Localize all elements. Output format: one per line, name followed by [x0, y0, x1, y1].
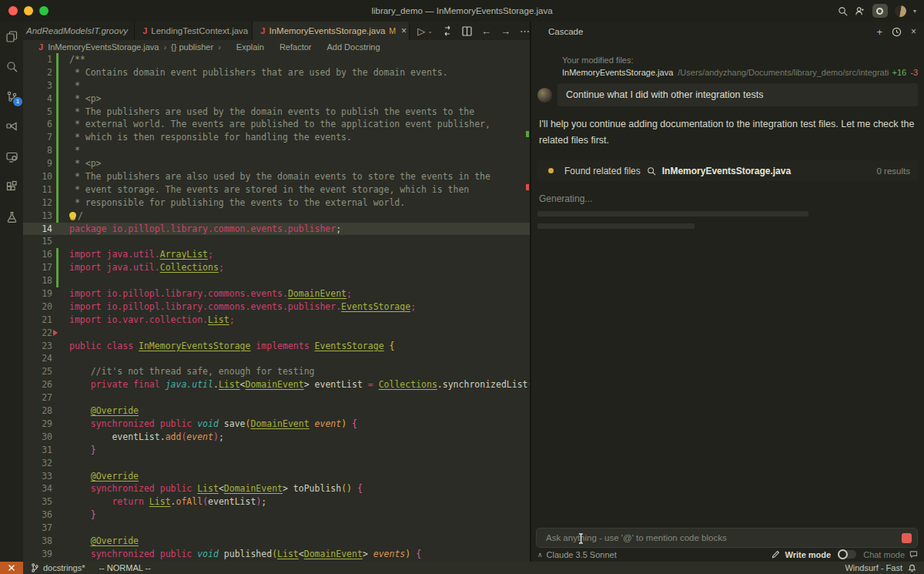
code-line[interactable]: 14package io.pillopl.library.common.even…: [23, 223, 530, 236]
tool-call-row[interactable]: Found related files InMemoryEventsStorag…: [537, 160, 918, 181]
generating-label: Generating...: [539, 193, 918, 204]
code-line[interactable]: 38 @Override: [23, 535, 530, 548]
lightbulb-icon[interactable]: [69, 212, 76, 219]
write-mode-label[interactable]: Write mode: [785, 550, 831, 559]
code-line[interactable]: 10 * The publishers are also used by the…: [23, 170, 530, 183]
code-line[interactable]: 3 *: [23, 79, 530, 92]
code-line[interactable]: 27: [23, 391, 530, 404]
code-line[interactable]: 12 * responsible for publishing the even…: [23, 196, 530, 210]
code-line[interactable]: 1/**: [23, 53, 530, 66]
compare-changes-icon[interactable]: [442, 25, 453, 36]
testing-flask-icon[interactable]: [3, 208, 20, 225]
breadcrumb-file[interactable]: InMemoryEventsStorage.java: [48, 42, 159, 52]
account-icon[interactable]: [855, 6, 865, 16]
code-text: [69, 352, 530, 365]
source-control-icon[interactable]: 1: [3, 88, 20, 105]
chevron-down-icon[interactable]: ▾: [913, 8, 916, 15]
code-line[interactable]: 36 }: [23, 509, 530, 522]
line-number: 3: [23, 79, 69, 92]
tool-call-file: InMemoryEventsStorage.java: [662, 166, 791, 176]
code-line[interactable]: 31 }: [23, 444, 530, 457]
code-line[interactable]: 20import io.pillopl.library.commons.even…: [23, 300, 530, 314]
cascade-input[interactable]: Ask anything - use '@' to mention code b…: [536, 528, 918, 548]
chevron-up-icon[interactable]: ∧: [537, 551, 543, 559]
code-line[interactable]: 19import io.pillopl.library.commons.even…: [23, 287, 530, 300]
code-text: [69, 274, 530, 287]
tab-andreadmodelsit[interactable]: AndReadModelsIT.groovy: [23, 22, 135, 40]
code-line[interactable]: 28 @Override: [23, 404, 530, 418]
search-sidebar-icon[interactable]: [3, 58, 20, 75]
gutter-added-mark: [56, 131, 59, 144]
code-line[interactable]: 2 * Contains domain event publishers tha…: [23, 66, 530, 79]
code-line[interactable]: 33 @Override: [23, 470, 530, 483]
add-docstring-codelens-button[interactable]: Add Docstring: [326, 42, 380, 52]
stop-generation-button[interactable]: [902, 533, 912, 543]
code-line[interactable]: 22: [23, 327, 530, 340]
new-chat-icon[interactable]: +: [876, 26, 882, 38]
remote-indicator-button[interactable]: [0, 562, 23, 574]
code-line[interactable]: 18: [23, 274, 530, 287]
search-icon[interactable]: [838, 6, 848, 16]
more-actions-icon[interactable]: ⋯: [520, 25, 530, 37]
mode-toggle[interactable]: [838, 550, 856, 559]
line-number: 6: [23, 118, 69, 131]
close-panel-icon[interactable]: ×: [911, 26, 916, 37]
breadcrumb-symbol[interactable]: {} publisher: [171, 42, 213, 52]
line-number: 34: [23, 482, 69, 495]
history-icon[interactable]: [892, 27, 902, 37]
bell-icon[interactable]: [908, 564, 916, 572]
tab-lendingtestcontext[interactable]: J LendingTestContext.java: [135, 22, 253, 40]
code-line[interactable]: 8 *: [23, 144, 530, 157]
traffic-lights[interactable]: [8, 6, 49, 15]
modified-file-name[interactable]: InMemoryEventsStorage.java: [562, 68, 673, 77]
tab-inmemoryeventsstorage[interactable]: J InMemoryEventsStorage.java M ×: [253, 22, 410, 40]
code-line[interactable]: 17import java.util.Collections;: [23, 261, 530, 274]
run-button[interactable]: ▷ ⌄: [417, 25, 433, 37]
code-line[interactable]: 16import java.util.ArrayList;: [23, 248, 530, 261]
chevron-down-icon[interactable]: ⌄: [427, 28, 433, 35]
code-line[interactable]: 32: [23, 457, 530, 470]
code-line[interactable]: 25 //it's not thread safe, enough for te…: [23, 365, 530, 378]
code-line[interactable]: 21import io.vavr.collection.List;: [23, 314, 530, 327]
refactor-codelens-button[interactable]: Refactor: [280, 42, 312, 52]
code-line[interactable]: 37: [23, 522, 530, 535]
code-line[interactable]: 35 return List.ofAll(eventList);: [23, 495, 530, 509]
titlebar: library_demo — InMemoryEventsStorage.jav…: [0, 0, 924, 22]
code-line[interactable]: 4 * <p>: [23, 92, 530, 106]
code-line[interactable]: 39 synchronized public void published(Li…: [23, 548, 530, 561]
code-line[interactable]: 30 eventList.add(event);: [23, 431, 530, 444]
navigate-back-icon[interactable]: ←: [481, 25, 491, 37]
code-line[interactable]: 6 * external world. The events are publi…: [23, 118, 530, 131]
navigate-forward-icon[interactable]: →: [500, 25, 511, 37]
close-tab-icon[interactable]: ×: [401, 25, 407, 36]
code-line[interactable]: 7 * which is then responsible for handli…: [23, 131, 530, 144]
explain-codelens-button[interactable]: Explain: [236, 42, 264, 52]
extensions-icon[interactable]: [3, 178, 20, 195]
code-line[interactable]: 29 synchronized public void save(DomainE…: [23, 418, 530, 431]
windsurf-panel-toggle-button[interactable]: [872, 4, 888, 18]
modified-file-row[interactable]: InMemoryEventsStorage.java /Users/andyzh…: [562, 68, 918, 77]
minimize-window-button[interactable]: [24, 6, 33, 15]
windsurf-status-item[interactable]: Windsurf - Fast: [845, 563, 916, 572]
code-editor[interactable]: 1/**2 * Contains domain event publishers…: [23, 53, 530, 562]
model-selector[interactable]: Claude 3.5 Sonnet: [547, 550, 617, 559]
code-line[interactable]: 15: [23, 235, 530, 248]
split-editor-icon[interactable]: [462, 26, 472, 36]
code-line[interactable]: 23public class InMemoryEventsStorage imp…: [23, 340, 530, 353]
user-avatar[interactable]: [895, 5, 906, 17]
code-line[interactable]: 24: [23, 352, 530, 365]
code-line[interactable]: 13/: [23, 210, 530, 223]
explorer-icon[interactable]: [3, 28, 20, 45]
run-debug-icon[interactable]: [3, 118, 20, 135]
zoom-window-button[interactable]: [39, 6, 49, 15]
close-window-button[interactable]: [8, 6, 18, 15]
code-line[interactable]: 11 * event storage. The events are store…: [23, 183, 530, 196]
code-line[interactable]: 5 * The publishers are used by the domai…: [23, 106, 530, 119]
code-line[interactable]: 26 private final java.util.List<DomainEv…: [23, 378, 530, 391]
code-line[interactable]: 9 * <p>: [23, 157, 530, 170]
code-text: eventList.add(event);: [69, 431, 530, 444]
chat-mode-label[interactable]: Chat mode: [863, 550, 905, 559]
code-line[interactable]: 34 synchronized public List<DomainEvent>…: [23, 482, 530, 495]
branch-status-item[interactable]: docstrings*: [31, 563, 85, 572]
remote-explorer-icon[interactable]: [3, 148, 20, 165]
